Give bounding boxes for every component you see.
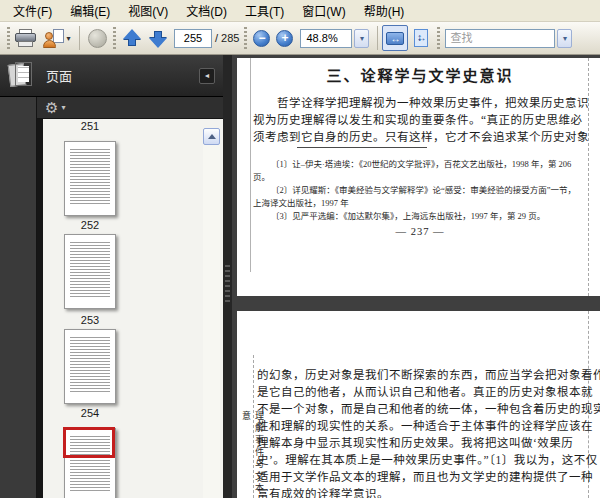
body-text-line: 须考虑到它自身的历史。只有这样，它才不会追求某个历史对象 (253, 128, 589, 144)
thumbnail-label-253: 253 (64, 314, 116, 326)
find-combo: ▾ (445, 29, 572, 48)
page-number: — 237 — (250, 226, 590, 237)
thumbnail-page-254[interactable] (64, 329, 116, 404)
find-dropdown-button[interactable]: ▾ (557, 29, 572, 48)
menu-window[interactable]: 窗口(W) (293, 0, 354, 22)
zoom-level-combo: ▾ (300, 29, 369, 48)
pages-panel-header: 页面 ◄ (0, 55, 223, 97)
fit-width-button[interactable]: ↔ (382, 25, 408, 51)
previous-page-button[interactable] (119, 25, 145, 51)
zoom-in-button[interactable]: + (276, 30, 293, 47)
body-text-line: 史’。理解在其本质上是一种效果历史事件。”〔1〕我以为，这不仅 (257, 451, 598, 467)
section-title: 三、诠释学与文学史意识 (250, 64, 590, 85)
zoom-dropdown-button[interactable]: ▾ (354, 29, 369, 48)
content-area: 页面 ◄ ⚙ ▾ 251 252 253 254 (0, 55, 600, 498)
page-total-label: / 285 (215, 32, 239, 44)
toolbar-grip[interactable] (244, 27, 247, 49)
chevron-down-icon: ▾ (66, 34, 70, 43)
footnote-line: 页。 (253, 170, 270, 182)
toolbar-separator (79, 26, 80, 50)
fit-width-icon: ↔ (386, 32, 404, 45)
footnote-line: 〔1〕让–伊夫·塔迪埃：《20世纪的文学批评》，百花文艺出版社，1998 年，第… (271, 157, 571, 169)
toolbar-grip[interactable] (437, 27, 440, 49)
footnote-rule (297, 147, 427, 148)
next-page-button[interactable] (145, 25, 171, 51)
menu-help[interactable]: 帮助(H) (355, 0, 414, 22)
document-page-254[interactable]: 三、诠释学与文学史意识 哲学诠释学把理解视为一种效果历史事件，把效果历史意识 视… (237, 58, 600, 296)
body-text-line: 理解本身中显示其现实性和历史效果。我将把这叫做‘效果历 (257, 434, 573, 450)
menu-tools[interactable]: 工具(T) (236, 0, 293, 22)
thumbnail-label-254: 254 (64, 407, 116, 419)
collapse-panel-button[interactable]: ◄ (199, 68, 215, 84)
body-text-line: 不是一个对象，而是自己和他者的统一体，一种包含着历史的现实 (257, 400, 600, 416)
scrollbar-up-button[interactable] (203, 128, 220, 145)
footnote-line: 上海译文出版社，1997 年 (253, 196, 349, 208)
gear-icon[interactable]: ⚙ (45, 99, 58, 117)
print-button[interactable] (13, 25, 39, 51)
globe-icon (88, 29, 107, 48)
thumbnails-panel: 251 252 253 254 (37, 119, 223, 498)
thumbnails-scrollbar[interactable] (203, 128, 220, 498)
thumbnail-content (70, 242, 110, 299)
zoom-out-button[interactable]: − (253, 30, 270, 47)
menu-document[interactable]: 文档(D) (177, 0, 236, 22)
printer-icon (15, 29, 37, 47)
chevron-up-icon (208, 134, 216, 139)
zoom-level-input[interactable] (300, 29, 352, 48)
toolbar-grip[interactable] (113, 27, 116, 49)
toolbar-grip[interactable] (7, 27, 10, 49)
thumbnail-content (70, 337, 110, 394)
thumbnail-label-251: 251 (64, 120, 116, 132)
current-view-rectangle[interactable] (63, 427, 115, 458)
page-border (250, 58, 251, 272)
share-icon (43, 29, 65, 48)
body-text-line: 富有成效的诠释学意识。 (257, 485, 389, 498)
body-text-line: 适用于文学作品文本的理解，而且也为文学史的建构提供了一种 (257, 468, 593, 484)
arrow-up-icon (122, 29, 142, 48)
find-input[interactable] (445, 29, 555, 48)
document-view[interactable]: 三、诠释学与文学史意识 哲学诠释学把理解视为一种效果历史事件，把效果历史意识 视… (232, 55, 600, 498)
fit-page-button[interactable]: ↔ ↔ (408, 25, 434, 51)
footnote-line: 〔3〕见严平选编：《加达默尔集》，上海远东出版社，1997 年，第 29 页。 (271, 209, 545, 221)
body-text-line: 的幻象，历史对象是我们不断探索的东西，而应当学会把对象看作 (257, 366, 600, 382)
toolbar-separator (377, 26, 378, 50)
menu-file[interactable]: 文件(F) (4, 0, 61, 22)
document-page-255[interactable]: 理解事件与文本意 的幻象，历史对象是我们不断探索的东西，而应当学会把对象看作 是… (237, 311, 600, 498)
chevron-down-icon[interactable]: ▾ (61, 103, 65, 112)
share-button[interactable]: ▾ (39, 25, 75, 51)
toolbar: ▾ / 285 − + ▾ ↔ (0, 22, 600, 55)
pdf-viewer-window: 文件(F) 编辑(E) 视图(V) 文档(D) 工具(T) 窗口(W) 帮助(H… (0, 0, 600, 498)
thumbnail-page-252[interactable] (64, 141, 116, 216)
chevron-down-icon: ▾ (563, 34, 567, 43)
web-capture-button (84, 25, 110, 51)
panel-splitter[interactable] (223, 55, 232, 498)
pages-panel-title: 页面 (46, 66, 199, 85)
menu-view[interactable]: 视图(V) (119, 0, 177, 22)
pages-icon[interactable] (8, 61, 34, 91)
chevron-down-icon: ▾ (360, 34, 364, 43)
splitter-grip[interactable] (225, 265, 230, 303)
navigation-icon-strip (0, 97, 37, 498)
fit-page-icon: ↔ ↔ (414, 29, 428, 47)
arrow-down-icon (148, 29, 168, 48)
body-text-line: 哲学诠释学把理解视为一种效果历史事件，把效果历史意识 (277, 94, 589, 110)
body-text-line: 是它自己的他者，从而认识自己和他者。真正的历史对象根本就 (257, 383, 593, 399)
body-text-line: 视为历史理解得以发生和实现的重要条件。“真正的历史思维必 (253, 111, 583, 127)
thumbnail-content (70, 149, 110, 206)
menu-edit[interactable]: 编辑(E) (61, 0, 119, 22)
thumbnail-label-252: 252 (64, 219, 116, 231)
thumbnail-page-255-current[interactable] (64, 428, 116, 498)
body-text-line: 性和理解的现实性的关系。一种适合于主体事件的诠释学应该在 (257, 417, 593, 433)
menu-bar: 文件(F) 编辑(E) 视图(V) 文档(D) 工具(T) 窗口(W) 帮助(H… (0, 0, 600, 22)
panel-options-row: ⚙ ▾ (37, 97, 223, 119)
page-number-input[interactable] (174, 29, 212, 48)
thumbnail-page-253[interactable] (64, 234, 116, 309)
footnote-line: 〔2〕详见耀斯：《审美经验与文学解释学》论“感受：审美经验的接受方面”一节， (271, 183, 576, 195)
